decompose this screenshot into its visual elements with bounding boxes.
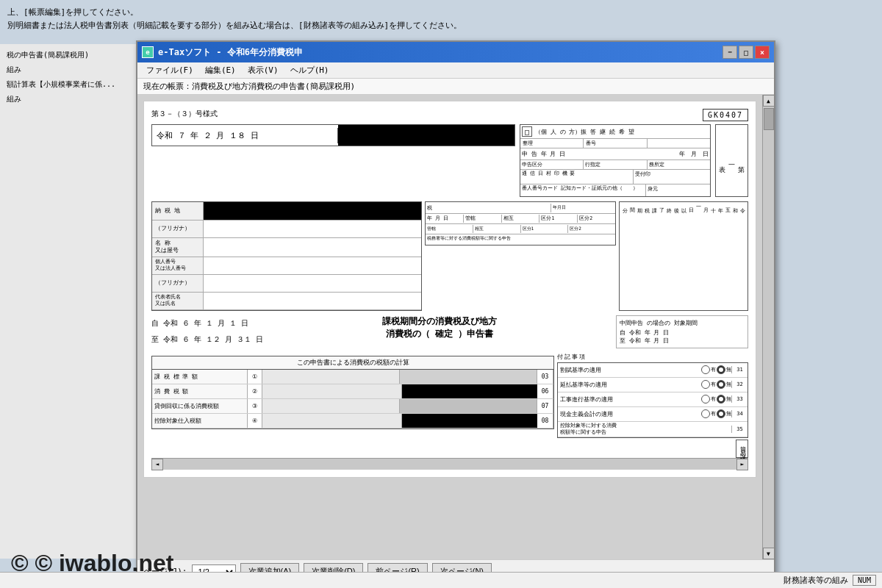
radio-無-1[interactable]: 無	[717, 365, 731, 374]
furigana2-label: （フリガナ）	[152, 275, 204, 292]
check-row-3: 工事進行基準の適用 有 無	[558, 392, 747, 407]
calc-row-4: 控除対象仕入税額 ④ 08	[152, 414, 553, 429]
left-panel-item-1[interactable]: 税の申告書(簡易課税用)	[4, 48, 139, 62]
content-area: 第３－（３）号様式 GK0407 令和 ７ 年 ２ 月 １８ 日 □	[137, 95, 774, 559]
区分1-cell: 区分1	[539, 215, 578, 223]
管轄-cell: 管轄	[464, 215, 502, 223]
calc-label-1: 課 税 標 準 額	[152, 370, 248, 384]
form-right-fields: 税 年月日 年 月 日 管轄 相互 区分1 区分2 管轄	[425, 201, 616, 311]
check-row-2: 延払基準等の適用 有 無	[558, 378, 747, 392]
scroll-right-arrow[interactable]: ►	[736, 459, 748, 470]
radio-無-4[interactable]: 無	[717, 409, 731, 418]
left-panel-item-3[interactable]: 額計算表【小規模事業者に係...	[4, 77, 139, 92]
radio-group-2: 有 無	[701, 380, 731, 389]
radio-有-1[interactable]: 有	[701, 365, 716, 374]
申告区分-label: 申告区分	[520, 160, 584, 169]
daihyo-row: 代表者氏名 又は氏名	[152, 293, 421, 310]
radio-group-3: 有 無	[701, 395, 731, 404]
furigana-value	[204, 220, 421, 237]
calc-table-title: この申告書による消費税の税額の計算	[152, 356, 553, 370]
checkbox-label: （個 人 の 方）振 答 継 続 希 望	[535, 128, 634, 136]
calc-value-4-black	[402, 414, 538, 428]
calc-num-4: ④	[248, 414, 262, 428]
calc-num-3: ③	[248, 399, 262, 413]
受付印-label: 受付印	[634, 170, 710, 184]
chukan-label: 中間申告 の場合の 対象期間	[620, 319, 745, 327]
区分2-2-cell: 区分2	[568, 225, 615, 233]
check-label-4: 現金主義会計の適用	[558, 409, 701, 419]
calc-label-4: 控除対象仕入税額	[152, 414, 248, 428]
radio-有-3[interactable]: 有	[701, 395, 716, 404]
right-checks-table: 割賦基準の適用 有 無	[557, 362, 748, 438]
radio-group-1: 有 無	[701, 365, 731, 374]
left-panel: 税の申告書(簡易課税用) 組み 額計算表【小規模事業者に係... 組み	[0, 44, 143, 559]
calc-value-4	[262, 414, 402, 428]
furigana2-value	[204, 275, 421, 292]
scroll-up-arrow[interactable]: ▲	[763, 95, 775, 107]
menu-edit[interactable]: 編集(E)	[199, 63, 242, 77]
declaration-title: 課税期間分の消費税及び地方 消費税の（ 確定 ）申告書	[269, 315, 610, 340]
title-controls: － □ ×	[723, 46, 770, 59]
radio-有-2[interactable]: 有	[701, 380, 716, 389]
period-to: 至 令和 ６ 年 １２ 月 ３１ 日	[151, 331, 263, 348]
scroll-thumb[interactable]	[764, 108, 774, 130]
menu-view[interactable]: 表示(V)	[242, 63, 284, 77]
menu-file[interactable]: ファイル(F)	[140, 63, 199, 77]
app-icon: e	[142, 46, 154, 58]
chukan-section: 中間申告 の場合の 対象期間 自 令和 年 月 日 至 令和 年 月 日	[616, 315, 748, 348]
radio-circle-有-4	[701, 409, 710, 418]
daihyo-value	[204, 293, 421, 309]
close-button[interactable]: ×	[755, 46, 770, 59]
radio-circle-無-3	[717, 395, 725, 404]
calc-right: 付 記 事 項 割賦基準の適用	[557, 353, 748, 458]
form-number: 第３－（３）号様式	[151, 109, 218, 121]
scroll-down-arrow[interactable]: ▼	[763, 548, 775, 559]
left-panel-item-2[interactable]: 組み	[4, 62, 139, 77]
calc-value-2	[262, 384, 402, 398]
calc-value-1	[262, 370, 400, 384]
scroll-track-h	[163, 459, 736, 470]
nouzei-chi-row: 納 税 地	[152, 202, 421, 220]
calc-row-1: 課 税 標 準 額 ① 03	[152, 370, 553, 384]
left-panel-item-4[interactable]: 組み	[4, 92, 139, 107]
title-bar: e e-Taxソフト - 令和6年分消費税申 － □ ×	[137, 42, 774, 62]
kojin-row: 個人番号 又は法人番号	[152, 257, 421, 275]
fu-label: 付	[557, 353, 563, 361]
status-right-label: 財務諸表等の組み	[784, 575, 848, 586]
form-main-area: 納 税 地 （フリガナ） 名 称 又は屋号	[151, 201, 748, 311]
calc-value-2-black	[402, 384, 538, 398]
vertical-scrollbar[interactable]: ▲ ▼	[762, 95, 774, 559]
calc-area: この申告書による消費税の税額の計算 課 税 標 準 額 ①	[151, 353, 748, 458]
kantan-label: 簡 易 課 税 用	[736, 440, 748, 458]
身元確認-label: 身元	[646, 184, 710, 196]
radio-無-2[interactable]: 無	[717, 380, 731, 389]
通信日付印-label: 通 信 日 村 印 機 要	[520, 170, 634, 184]
maximize-button[interactable]: □	[739, 46, 753, 59]
horizontal-scrollbar[interactable]: ◄ ►	[151, 458, 748, 470]
calc-left: この申告書による消費税の税額の計算 課 税 標 準 額 ①	[151, 353, 554, 458]
tax-office-label: 税	[426, 204, 551, 212]
date-black-rect	[338, 125, 514, 146]
calc-num-1: ①	[248, 370, 262, 384]
minimize-button[interactable]: －	[723, 46, 737, 59]
gk-code: GK0407	[703, 109, 748, 121]
form-header: 第３－（３）号様式 GK0407	[151, 109, 748, 121]
period-dates: 自 令和 ６ 年 １ 月 １ 日 至 令和 ６ 年 １２ 月 ３１ 日	[151, 315, 263, 348]
menu-help[interactable]: ヘルプ(H)	[284, 63, 335, 77]
main-window: e e-Taxソフト - 令和6年分消費税申 － □ × ファイル(F) 編集(…	[136, 40, 775, 577]
year-label: 年月日	[551, 204, 615, 212]
radio-有-4[interactable]: 有	[701, 409, 716, 418]
background-text: 上、[帳票編集]を押してください。 別明細書または法人税申告書別表（明細記載を要…	[7, 6, 462, 32]
scroll-left-arrow[interactable]: ◄	[151, 459, 163, 470]
row-num-2: 06	[537, 384, 553, 398]
radio-無-3[interactable]: 無	[717, 395, 731, 404]
right-bottom-note: 税務署等に対する消費税額等に関する申告	[426, 234, 615, 245]
copyright-symbol: ©	[11, 550, 29, 576]
num-indicator: NUM	[853, 575, 876, 586]
check-label-3: 工事進行基準の適用	[558, 395, 701, 404]
name-value	[204, 238, 421, 257]
furigana-label: （フリガナ）	[152, 220, 204, 237]
番号カード-label: 番人番号カード 記知カード・証紙元の他（ ）	[520, 184, 646, 196]
check-label-2: 延払基準等の適用	[558, 380, 701, 390]
form-fields-box: 納 税 地 （フリガナ） 名 称 又は屋号	[151, 201, 422, 311]
